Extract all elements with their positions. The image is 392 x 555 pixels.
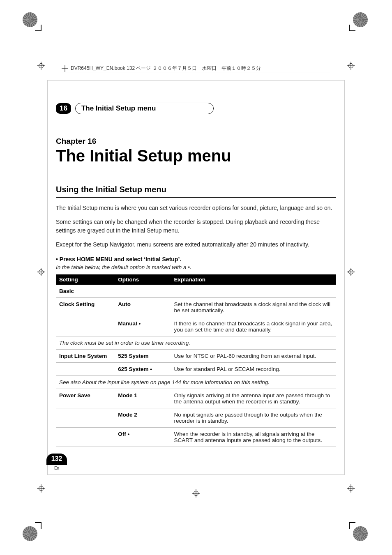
book-meta-header: DVR645H_WY_EN.book 132 ページ ２００６年７月５日 水曜日… xyxy=(62,65,261,72)
registration-mark-icon xyxy=(347,484,355,493)
table-note-row: See also About the input line system on … xyxy=(56,376,336,389)
table-row: Mode 2 No input signals are passed throu… xyxy=(56,408,336,428)
cell-setting: Power Save xyxy=(56,389,115,408)
table-row: 625 System • Use for standard PAL or SEC… xyxy=(56,363,336,376)
registration-mark-icon xyxy=(37,62,45,70)
body-paragraph: Some settings can only be changed when t… xyxy=(56,218,336,235)
chapter-title: The Initial Setup menu xyxy=(56,147,336,165)
crop-mark-top-right xyxy=(353,12,369,29)
cell-explanation: Only signals arriving at the antenna inp… xyxy=(171,389,336,408)
cell-option: Off • xyxy=(115,428,171,447)
body-paragraph: Except for the Setup Navigator, menu scr… xyxy=(56,240,336,249)
book-meta-rule xyxy=(62,72,330,72)
crop-mark-bottom-left xyxy=(23,526,39,543)
book-meta-text: DVR645H_WY_EN.book 132 ページ ２００６年７月５日 水曜日… xyxy=(71,65,261,72)
registration-mark-icon xyxy=(192,489,200,497)
table-subheader-basic: Basic xyxy=(56,285,336,298)
cell-setting xyxy=(56,428,115,447)
cell-setting: Input Line System xyxy=(56,350,115,363)
table-note-text: The clock must be set in order to use ti… xyxy=(56,336,336,350)
section-title: Using the Initial Setup menu xyxy=(56,185,336,194)
registration-mark-icon xyxy=(347,268,355,276)
body-paragraph: The Initial Setup menu is where you can … xyxy=(56,204,336,212)
cell-option: 625 System • xyxy=(115,363,171,376)
chapter-label: Chapter 16 xyxy=(56,137,336,146)
cell-explanation: No input signals are passed through to t… xyxy=(171,408,336,428)
registration-mark-icon xyxy=(62,65,68,72)
cell-setting: Clock Setting xyxy=(56,298,115,317)
settings-table: Setting Options Explanation Basic Clock … xyxy=(56,274,336,447)
cell-explanation: Use for standard PAL or SECAM recording. xyxy=(171,363,336,376)
cell-explanation: Use for NTSC or PAL-60 recording from an… xyxy=(171,350,336,363)
section-rule xyxy=(56,197,336,198)
cell-option: Manual • xyxy=(115,317,171,336)
table-row: Off • When the recorder is in standby, a… xyxy=(56,428,336,447)
table-header-options: Options xyxy=(115,274,171,285)
cell-explanation: When the recorder is in standby, all sig… xyxy=(171,428,336,447)
cell-explanation: Set the channel that broadcasts a clock … xyxy=(171,298,336,317)
chapter-number-badge: 16 xyxy=(56,103,71,114)
running-header: 16 The Initial Setup menu xyxy=(56,103,336,114)
table-note-text: See also About the input line system on … xyxy=(56,376,336,389)
table-row: Input Line System 525 System Use for NTS… xyxy=(56,350,336,363)
crop-mark-top-left xyxy=(23,12,39,29)
cell-setting xyxy=(56,363,115,376)
chapter-title-pill: The Initial Setup menu xyxy=(75,103,214,114)
cell-option: Auto xyxy=(115,298,171,317)
cell-setting xyxy=(56,408,115,428)
step-instruction: • Press HOME MENU and select ‘Initial Se… xyxy=(56,256,336,263)
step-note: In the table below, the default option i… xyxy=(56,264,336,270)
cell-option: Mode 2 xyxy=(115,408,171,428)
registration-mark-icon xyxy=(347,62,355,70)
table-header-setting: Setting xyxy=(56,274,115,285)
crop-mark-bottom-right xyxy=(353,526,369,543)
table-subheader-label: Basic xyxy=(56,285,336,298)
cell-option: Mode 1 xyxy=(115,389,171,408)
table-note-row: The clock must be set in order to use ti… xyxy=(56,336,336,350)
registration-mark-icon xyxy=(37,484,45,493)
table-header-explanation: Explanation xyxy=(171,274,336,285)
table-header-row: Setting Options Explanation xyxy=(56,274,336,285)
table-row: Power Save Mode 1 Only signals arriving … xyxy=(56,389,336,408)
cell-option: 525 System xyxy=(115,350,171,363)
cell-explanation: If there is no channel that broadcasts a… xyxy=(171,317,336,336)
registration-mark-icon xyxy=(37,268,45,276)
table-row: Manual • If there is no channel that bro… xyxy=(56,317,336,336)
page-number: 132 xyxy=(46,454,67,465)
page-language: En xyxy=(46,466,67,470)
table-row: Clock Setting Auto Set the channel that … xyxy=(56,298,336,317)
cell-setting xyxy=(56,317,115,336)
page-number-badge: 132 En xyxy=(46,454,67,475)
